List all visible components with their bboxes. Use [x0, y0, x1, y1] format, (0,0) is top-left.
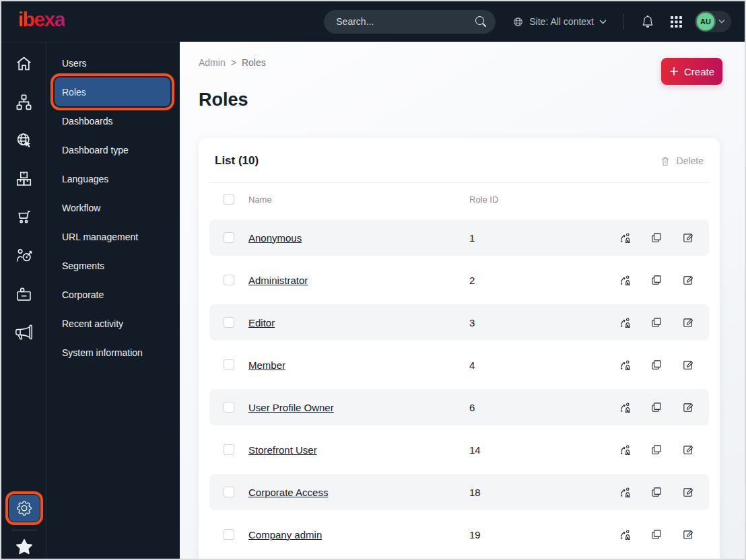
role-name-link[interactable]: User Profile Owner	[248, 402, 469, 413]
role-name-link[interactable]: Storefront User	[248, 444, 469, 456]
role-id-value: 14	[469, 444, 595, 456]
copy-role-icon[interactable]	[649, 485, 664, 499]
sidebar-menu-item[interactable]: Dashboards	[47, 106, 180, 135]
corporate-badge-icon[interactable]	[15, 284, 34, 303]
menu-item-label: Dashboards	[62, 116, 113, 127]
copy-role-icon[interactable]	[649, 230, 664, 245]
assign-to-users-icon[interactable]	[617, 527, 632, 542]
search-icon[interactable]	[475, 16, 486, 27]
chevron-down-icon	[599, 20, 607, 24]
table-row: Member 4	[209, 347, 709, 383]
menu-item-label: Workflow	[62, 203, 100, 213]
assign-to-users-icon[interactable]	[617, 230, 632, 245]
topbar-divider	[623, 13, 623, 30]
role-id-value: 19	[469, 529, 595, 540]
assign-to-users-icon[interactable]	[617, 442, 632, 457]
assign-to-users-icon[interactable]	[617, 485, 632, 499]
menu-item-label: Languages	[62, 174, 108, 184]
row-checkbox[interactable]	[224, 444, 234, 455]
breadcrumb: Admin > Roles	[199, 57, 720, 68]
delete-button[interactable]: Delete	[660, 155, 704, 166]
globe-icon	[512, 16, 524, 28]
list-title: List (10)	[215, 154, 259, 168]
edit-role-icon[interactable]	[681, 400, 696, 415]
edit-role-icon[interactable]	[681, 442, 696, 457]
user-menu[interactable]: AU	[695, 11, 731, 32]
avatar: AU	[697, 13, 714, 30]
table-row: Administrator 2	[209, 262, 709, 298]
app-window: ibexa Site: All context	[0, 0, 746, 560]
row-checkbox[interactable]	[224, 529, 234, 540]
copy-role-icon[interactable]	[649, 527, 664, 542]
edit-role-icon[interactable]	[681, 315, 696, 330]
sidebar-menu-item[interactable]: Dashboard type	[47, 135, 180, 164]
bookmarks-star-icon[interactable]	[15, 537, 34, 556]
copy-role-icon[interactable]	[649, 273, 664, 287]
role-id-value: 2	[469, 275, 595, 286]
sidebar-menu-item[interactable]: Segments	[47, 251, 180, 280]
commerce-cart-icon[interactable]	[15, 207, 34, 226]
breadcrumb-parent[interactable]: Admin	[199, 57, 226, 68]
role-id-value: 6	[469, 402, 595, 413]
ibexa-logo: ibexa	[18, 9, 65, 34]
row-checkbox[interactable]	[224, 317, 234, 328]
edit-role-icon[interactable]	[681, 485, 696, 499]
global-search[interactable]	[324, 10, 496, 34]
assign-to-users-icon[interactable]	[617, 400, 632, 415]
app-grid-icon[interactable]	[667, 12, 685, 31]
copy-role-icon[interactable]	[649, 357, 664, 372]
personalization-icon[interactable]	[15, 246, 34, 265]
role-name-link[interactable]: Company admin	[248, 529, 469, 540]
row-checkbox[interactable]	[224, 402, 234, 413]
edit-role-icon[interactable]	[681, 273, 696, 287]
search-input[interactable]	[336, 16, 475, 27]
row-checkbox[interactable]	[224, 487, 234, 497]
create-button[interactable]: Create	[661, 58, 722, 85]
copy-role-icon[interactable]	[649, 315, 664, 330]
marketing-megaphone-icon[interactable]	[15, 322, 34, 341]
product-catalog-icon[interactable]	[15, 169, 34, 188]
sidebar-menu-item[interactable]: Workflow	[47, 193, 180, 222]
edit-role-icon[interactable]	[681, 527, 696, 542]
column-header-name: Name	[248, 195, 469, 205]
role-name-link[interactable]: Member	[248, 359, 469, 371]
role-name-link[interactable]: Corporate Access	[248, 487, 469, 498]
table-row: User Profile Owner 6	[209, 389, 709, 425]
edit-role-icon[interactable]	[681, 357, 696, 372]
notifications-bell-icon[interactable]	[638, 12, 657, 31]
row-checkbox[interactable]	[224, 232, 234, 243]
assign-to-users-icon[interactable]	[617, 273, 632, 287]
admin-settings-gear-icon[interactable]	[9, 495, 40, 522]
assign-to-users-icon[interactable]	[617, 315, 632, 330]
main-content: Admin > Roles Create Roles List (10) Del…	[180, 42, 745, 560]
content-tree-icon[interactable]	[15, 92, 34, 111]
sidebar-menu-item[interactable]: Recent activity	[47, 309, 180, 338]
site-context-selector[interactable]: Site: All context	[512, 16, 607, 28]
page-title: Roles	[199, 88, 720, 111]
site-context-label: Site: All context	[529, 16, 594, 27]
menu-item-label: URL management	[62, 232, 138, 242]
copy-role-icon[interactable]	[649, 400, 664, 415]
role-name-link[interactable]: Administrator	[248, 275, 469, 286]
edit-role-icon[interactable]	[681, 230, 696, 245]
sidebar-menu-item[interactable]: Corporate	[47, 280, 180, 309]
role-name-link[interactable]: Anonymous	[248, 232, 469, 244]
row-checkbox[interactable]	[224, 359, 234, 370]
sidebar-menu-item[interactable]: Languages	[47, 164, 180, 193]
assign-to-users-icon[interactable]	[617, 357, 632, 372]
row-checkbox[interactable]	[224, 275, 234, 285]
sidebar-menu-item[interactable]: Users	[47, 48, 180, 77]
delete-button-label: Delete	[677, 155, 704, 166]
home-icon[interactable]	[15, 54, 34, 73]
sidebar-menu-item[interactable]: System information	[47, 338, 180, 367]
menu-item-label: System information	[62, 347, 143, 358]
site-icon[interactable]	[15, 131, 34, 149]
role-name-link[interactable]: Editor	[248, 317, 469, 328]
sidebar-menu-item[interactable]: URL management	[47, 222, 180, 251]
table-header-row: Name Role ID	[209, 183, 709, 219]
menu-item-label: Dashboard type	[62, 145, 129, 155]
breadcrumb-current: Roles	[242, 57, 266, 68]
select-all-checkbox[interactable]	[224, 194, 234, 205]
copy-role-icon[interactable]	[649, 442, 664, 457]
sidebar-menu-item[interactable]: Roles	[55, 77, 170, 106]
